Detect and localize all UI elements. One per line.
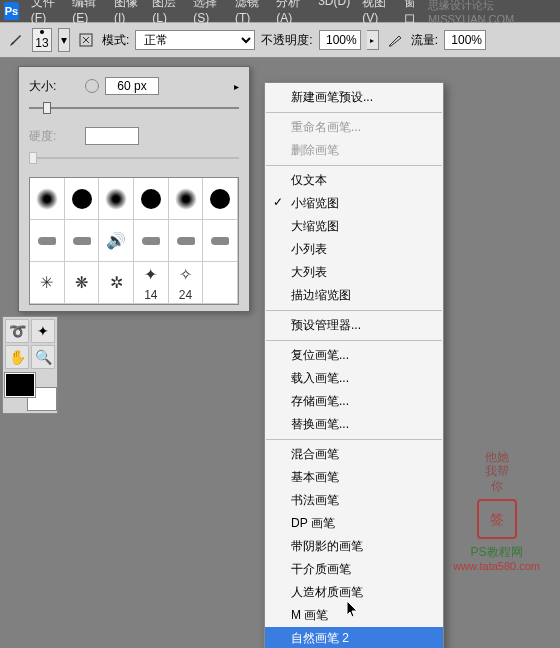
menu-item: 重命名画笔...: [265, 116, 443, 139]
menu-item[interactable]: 视图(V): [356, 0, 398, 28]
brush-grid[interactable]: 🔊✳❋✲✦14✧242739451117: [29, 177, 239, 305]
menu-separator: [266, 165, 442, 166]
lasso-tool[interactable]: ➰: [5, 319, 29, 343]
opacity-input[interactable]: [319, 30, 361, 50]
menu-item[interactable]: 干介质画笔: [265, 558, 443, 581]
menu-item[interactable]: 3D(D): [312, 0, 356, 28]
quick-select-tool[interactable]: ✦: [31, 319, 55, 343]
menu-separator: [266, 439, 442, 440]
menubar-items: 文件(F)编辑(E)图像(I)图层(L)选择(S)滤镜(T)分析(A)3D(D)…: [25, 0, 428, 28]
menu-item[interactable]: 大列表: [265, 261, 443, 284]
menu-separator: [266, 310, 442, 311]
brush-preset-cell[interactable]: [203, 178, 238, 220]
menu-item[interactable]: 基本画笔: [265, 466, 443, 489]
brush-preset-cell[interactable]: [99, 178, 134, 220]
brush-preset-cell[interactable]: [65, 178, 100, 220]
hardness-label: 硬度:: [29, 128, 79, 145]
menu-item[interactable]: 编辑(E): [66, 0, 108, 28]
brush-size-input[interactable]: [105, 77, 159, 95]
app-logo: Ps: [4, 2, 19, 20]
flyout-menu-icon[interactable]: ▸: [234, 81, 239, 92]
opacity-label: 不透明度:: [261, 32, 312, 49]
hardness-input: [85, 127, 139, 145]
menu-separator: [266, 112, 442, 113]
menu-item[interactable]: 描边缩览图: [265, 284, 443, 307]
menu-item[interactable]: 滤镜(T): [229, 0, 270, 28]
brush-panel-toggle-icon[interactable]: [76, 30, 96, 50]
brush-preset-dropdown[interactable]: ▾: [58, 28, 70, 52]
pressure-opacity-icon[interactable]: [385, 30, 405, 50]
menu-item[interactable]: 图层(L): [146, 0, 187, 28]
brush-preset-cell[interactable]: [169, 220, 204, 262]
brush-preset-cell[interactable]: 45: [99, 304, 134, 305]
cursor-icon: [346, 600, 360, 621]
color-swatch[interactable]: [5, 373, 57, 411]
brush-preset-cell[interactable]: [30, 178, 65, 220]
opacity-dropdown[interactable]: ▸: [367, 30, 379, 50]
menu-item[interactable]: 图像(I): [108, 0, 146, 28]
brush-preset-cell[interactable]: ✦14: [134, 262, 169, 304]
menu-item[interactable]: 大缩览图: [265, 215, 443, 238]
brush-preset-cell[interactable]: 17: [169, 304, 204, 305]
menu-item[interactable]: 新建画笔预设...: [265, 86, 443, 109]
menu-item[interactable]: 存储画笔...: [265, 390, 443, 413]
menu-item[interactable]: 自然画笔 2: [265, 627, 443, 648]
brush-preset-panel: 大小: ▸ 硬度: 🔊✳❋✲✦14✧242739451117: [18, 66, 250, 312]
menu-item[interactable]: 书法画笔: [265, 489, 443, 512]
menu-item[interactable]: 小列表: [265, 238, 443, 261]
menu-item[interactable]: 仅文本: [265, 169, 443, 192]
menu-item[interactable]: 预设管理器...: [265, 314, 443, 337]
brush-preset-picker[interactable]: 13: [32, 28, 52, 52]
menubar: Ps 文件(F)编辑(E)图像(I)图层(L)选择(S)滤镜(T)分析(A)3D…: [0, 0, 560, 22]
brush-preset-cell[interactable]: ❋: [65, 262, 100, 304]
menu-item[interactable]: 窗口: [398, 0, 428, 28]
menu-separator: [266, 340, 442, 341]
foreground-color[interactable]: [5, 373, 35, 397]
menu-item[interactable]: 分析(A): [270, 0, 312, 28]
brush-preset-cell[interactable]: [134, 220, 169, 262]
watermark-text-top: 思缘设计论坛 MISSYUAN.COM: [428, 0, 556, 25]
menu-item[interactable]: 小缩览图: [265, 192, 443, 215]
brush-preset-cell[interactable]: ✲: [99, 262, 134, 304]
brush-preset-cell[interactable]: [203, 262, 238, 304]
brush-preset-cell[interactable]: [30, 220, 65, 262]
brush-preset-cell[interactable]: ✳: [30, 262, 65, 304]
hardness-slider: [29, 151, 239, 165]
brush-preset-cell[interactable]: [203, 304, 238, 305]
brush-preset-cell[interactable]: [203, 220, 238, 262]
menu-item: 删除画笔: [265, 139, 443, 162]
flow-input[interactable]: [444, 30, 486, 50]
brush-preset-cell[interactable]: 11: [134, 304, 169, 305]
menu-item[interactable]: 混合画笔: [265, 443, 443, 466]
menu-item[interactable]: 带阴影的画笔: [265, 535, 443, 558]
zoom-tool[interactable]: 🔍: [31, 345, 55, 369]
brush-preset-cell[interactable]: 39: [65, 304, 100, 305]
reset-size-icon[interactable]: [85, 79, 99, 93]
brush-preset-cell[interactable]: ✧24: [169, 262, 204, 304]
menu-item[interactable]: 替换画笔...: [265, 413, 443, 436]
menu-item[interactable]: 载入画笔...: [265, 367, 443, 390]
brush-preset-cell[interactable]: [169, 178, 204, 220]
blend-mode-select[interactable]: 正常: [135, 30, 255, 50]
brush-preset-cell[interactable]: [134, 178, 169, 220]
hand-tool[interactable]: ✋: [5, 345, 29, 369]
size-label: 大小:: [29, 78, 79, 95]
brush-preset-cell[interactable]: 27: [30, 304, 65, 305]
mode-label: 模式:: [102, 32, 129, 49]
brush-preset-cell[interactable]: [65, 220, 100, 262]
brush-preset-cell[interactable]: 🔊: [99, 220, 134, 262]
menu-item[interactable]: 文件(F): [25, 0, 66, 28]
size-slider[interactable]: [29, 101, 239, 115]
menu-item[interactable]: 选择(S): [187, 0, 229, 28]
tools-panel: ➰ ✦ ✋ 🔍: [2, 316, 58, 414]
brush-tool-icon: [6, 30, 26, 50]
flow-label: 流量:: [411, 32, 438, 49]
menu-item[interactable]: 复位画笔...: [265, 344, 443, 367]
brush-flyout-menu: 新建画笔预设...重命名画笔...删除画笔仅文本小缩览图大缩览图小列表大列表描边…: [264, 82, 444, 648]
menu-item[interactable]: DP 画笔: [265, 512, 443, 535]
